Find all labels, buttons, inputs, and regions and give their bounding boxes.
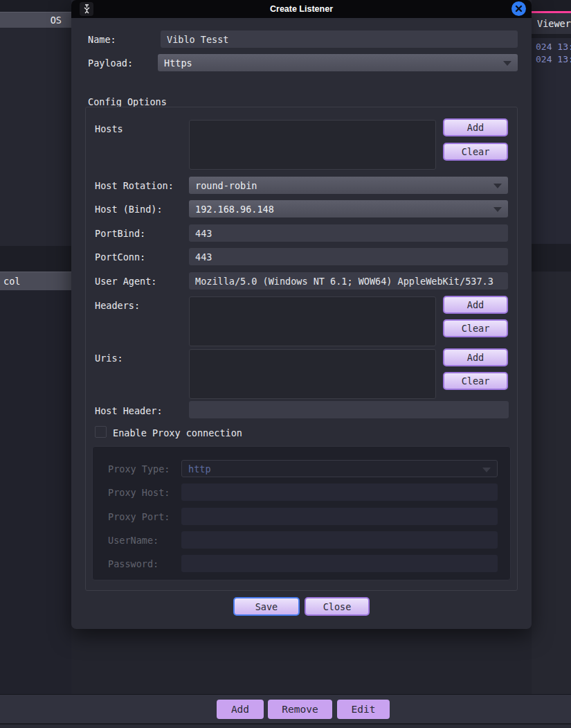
background-panel — [532, 0, 571, 11]
proxy-settings-panel: Proxy Type: http Proxy Host: Proxy Port:… — [92, 446, 511, 580]
headers-clear-button[interactable]: Clear — [443, 319, 508, 337]
proxy-host-label: Proxy Host: — [108, 487, 170, 498]
user-agent-label: User Agent: — [95, 276, 156, 287]
port-conn-input[interactable] — [189, 248, 508, 265]
background-panel — [0, 290, 71, 694]
host-bind-value: 192.168.96.148 — [195, 204, 274, 215]
hosts-add-button[interactable]: Add — [443, 118, 508, 136]
table-header-col[interactable]: col — [0, 272, 71, 290]
host-header-label: Host Header: — [95, 405, 163, 416]
enable-proxy-checkbox[interactable] — [95, 426, 107, 438]
hosts-clear-button[interactable]: Clear — [443, 143, 508, 161]
proxy-password-input — [181, 555, 498, 572]
background-panel — [0, 0, 71, 12]
uris-add-button[interactable]: Add — [443, 348, 508, 366]
hosts-list[interactable] — [189, 120, 436, 170]
headers-label: Headers: — [95, 300, 140, 311]
log-line: 024 13: — [536, 54, 571, 64]
host-header-input[interactable] — [189, 401, 509, 418]
user-agent-input[interactable] — [189, 272, 508, 290]
dialog-titlebar[interactable]: Create Listener — [71, 0, 532, 18]
chevron-down-icon — [482, 468, 491, 472]
chevron-down-icon — [493, 184, 502, 188]
port-bind-input[interactable] — [189, 224, 508, 242]
log-line: 024 13: — [536, 42, 571, 52]
toolbar-edit-button[interactable]: Edit — [337, 700, 390, 719]
proxy-port-label: Proxy Port: — [108, 511, 170, 522]
port-bind-label: PortBind: — [95, 228, 145, 239]
host-rotation-label: Host Rotation: — [95, 180, 174, 191]
proxy-type-value: http — [188, 463, 211, 474]
table-header-os-label: OS — [51, 15, 62, 26]
create-listener-dialog: Create Listener Name: Payload: Https Con… — [71, 0, 532, 629]
headers-add-button[interactable]: Add — [443, 296, 508, 314]
background-panel — [532, 272, 571, 694]
uris-list[interactable] — [189, 349, 436, 399]
headers-list[interactable] — [189, 296, 436, 346]
hosts-label: Hosts — [95, 123, 123, 134]
tab-viewer[interactable]: Viewer — [532, 13, 571, 34]
close-button[interactable]: Close — [305, 597, 370, 616]
proxy-username-input — [181, 531, 498, 549]
table-header-col-label: col — [3, 276, 20, 287]
name-input[interactable] — [161, 30, 518, 48]
proxy-port-input — [181, 508, 498, 525]
background-panel — [532, 244, 571, 272]
name-label: Name: — [88, 34, 116, 45]
payload-value: Https — [164, 57, 192, 69]
chevron-down-icon — [493, 207, 502, 212]
port-conn-label: PortConn: — [95, 251, 145, 263]
proxy-type-dropdown: http — [181, 460, 498, 477]
host-rotation-value: round-robin — [195, 180, 257, 191]
host-rotation-dropdown[interactable]: round-robin — [189, 177, 508, 194]
table-header-os[interactable]: OS — [0, 12, 71, 28]
enable-proxy-label: Enable Proxy connection — [113, 427, 242, 438]
background-panel — [0, 28, 71, 246]
close-icon[interactable] — [511, 1, 526, 16]
proxy-type-label: Proxy Type: — [108, 463, 170, 474]
save-button[interactable]: Save — [233, 597, 300, 616]
desktop: OS col Viewer 024 13: 024 13: Add Remove… — [0, 0, 571, 728]
background-panel — [0, 246, 71, 272]
uris-label: Uris: — [95, 353, 123, 364]
config-options-title: Config Options — [88, 96, 167, 107]
host-bind-label: Host (Bind): — [95, 204, 163, 215]
payload-label: Payload: — [88, 57, 133, 69]
chevron-down-icon — [503, 61, 511, 66]
host-bind-dropdown[interactable]: 192.168.96.148 — [189, 200, 508, 217]
tab-viewer-label: Viewer — [537, 18, 571, 29]
dialog-title: Create Listener — [71, 0, 532, 18]
background-panel — [0, 725, 571, 728]
uris-clear-button[interactable]: Clear — [443, 372, 508, 390]
toolbar-add-button[interactable]: Add — [217, 700, 264, 719]
log-panel: 024 13: 024 13: — [532, 38, 571, 244]
proxy-username-label: UserName: — [108, 535, 158, 546]
payload-dropdown[interactable]: Https — [158, 54, 518, 71]
toolbar-remove-button[interactable]: Remove — [268, 700, 332, 719]
proxy-host-input — [181, 483, 498, 501]
proxy-password-label: Password: — [108, 558, 158, 569]
